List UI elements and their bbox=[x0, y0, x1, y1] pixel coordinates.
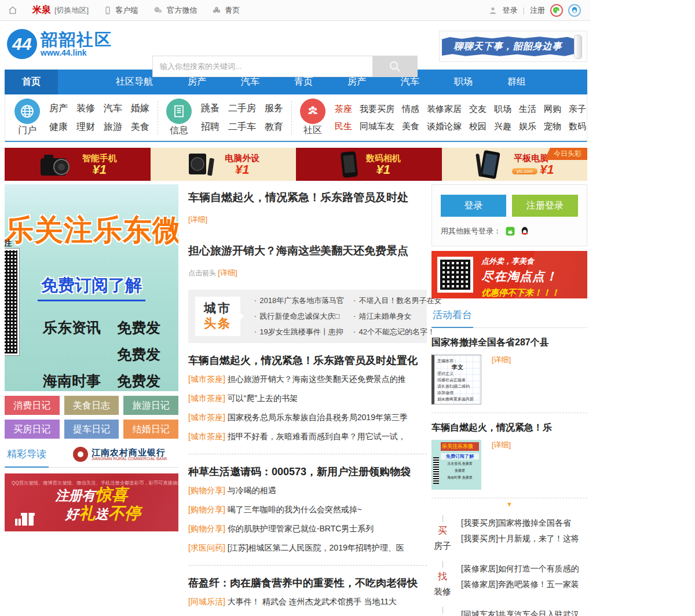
tag-wedding-diary[interactable]: 结婚日记 bbox=[123, 420, 178, 439]
detail-link[interactable]: [详细] bbox=[218, 268, 237, 277]
activity-item-title[interactable]: 车辆自燃起火，情况紧急！乐 bbox=[431, 422, 587, 434]
community-label[interactable]: 社区 bbox=[300, 125, 325, 137]
item-text[interactable]: 大事件！ 精武会 连州杰龙武术馆携手 当地11大 bbox=[228, 597, 397, 606]
header-banner-ad[interactable]: 聊聊天下事，韶韶身边事 bbox=[439, 31, 587, 62]
item-text[interactable]: 你的肌肤护理管家已就位-BRTC男士系列 bbox=[228, 524, 374, 533]
search-button[interactable] bbox=[372, 56, 418, 77]
tag-travel-diary[interactable]: 旅游日记 bbox=[123, 396, 178, 415]
headline-text[interactable]: 2018年广东各地市落马官 bbox=[259, 296, 344, 305]
category-tag[interactable]: [城市茶座] bbox=[188, 393, 225, 403]
category-link[interactable]: [我要买房]国家将撤掉全国各省 bbox=[461, 515, 579, 531]
qq-login-mini-icon[interactable] bbox=[520, 226, 530, 236]
subnav-link[interactable]: 谈婚论嫁 bbox=[427, 121, 462, 132]
subnav-link[interactable]: 二手车 bbox=[228, 121, 256, 133]
category-word[interactable]: 装修 bbox=[431, 584, 453, 599]
category-tag[interactable]: [购物分享] bbox=[188, 524, 225, 533]
subnav-link[interactable]: 健康 bbox=[49, 121, 68, 133]
category-link[interactable]: [同城车友]共享汽车今日入驻武汉 bbox=[461, 607, 579, 616]
tag-house-diary[interactable]: 买房日记 bbox=[5, 420, 60, 439]
ad-segment-peripherals[interactable]: 电脑外设 ¥1 bbox=[151, 148, 297, 181]
subnav-link[interactable]: 我要买房 bbox=[360, 104, 394, 115]
headline-link[interactable]: ·践行新使命忠诚保大庆□ bbox=[254, 311, 344, 322]
activity-header[interactable]: 活动看台 bbox=[431, 307, 473, 328]
top-story-2[interactable]: 担心旅游开销大？海南这些美翻天还免费景点 bbox=[188, 243, 427, 258]
subnav-link[interactable]: 数码 bbox=[569, 121, 586, 132]
category-char[interactable]: 买 bbox=[431, 524, 453, 538]
site-logo[interactable]: 44 韶韶社区 www.44.link bbox=[7, 29, 112, 59]
taodiandian-ad[interactable]: 点外卖，享美食 尽在淘点点！ 优惠停不下来！！！ bbox=[431, 251, 587, 298]
subnav-link[interactable]: 美食 bbox=[131, 121, 149, 133]
subnav-link[interactable]: 二手房 bbox=[228, 103, 256, 115]
headline-link[interactable]: ·42个不能忘记的名字！ bbox=[353, 327, 441, 337]
wechat-login-icon[interactable] bbox=[550, 4, 563, 17]
search-input[interactable] bbox=[152, 56, 372, 77]
item-text[interactable]: [江苏]相城区第二人民医院，2019年招聘护理、医 bbox=[228, 543, 404, 552]
subnav-link[interactable]: 旅游 bbox=[104, 121, 122, 133]
item-text[interactable]: 指甲不好看，灰暗难看而感到自卑？用它试一试， bbox=[228, 432, 406, 441]
ad-segment-camera[interactable]: 数码相机 ¥1 bbox=[296, 148, 442, 181]
qq-login-icon[interactable] bbox=[568, 4, 581, 17]
ad-segment-tablet[interactable]: 今日头彩 平板电脑 ytc.com ¥1 bbox=[442, 148, 588, 181]
headline-text[interactable]: 42个不能忘记的名字！ bbox=[359, 327, 435, 336]
subnav-link[interactable]: 同城车友 bbox=[360, 121, 394, 132]
headline-text[interactable]: 践行新使命忠诚保大庆□ bbox=[259, 312, 339, 320]
item-text[interactable]: 国家税务总局乐东黎族自治县税务局2019年第三季 bbox=[228, 413, 408, 422]
section-title[interactable]: 车辆自燃起火，情况紧急！乐东路管员及时处置化 bbox=[188, 351, 427, 370]
item-text[interactable]: 喝了三年咖啡的我为什么会突然戒掉~ bbox=[228, 505, 362, 514]
activity-thumbnail[interactable]: 主编推荐： 李文 坚持正义 传播社会正能量 请长按扫描二维码 添加微信 朋友圈有… bbox=[431, 355, 481, 404]
official-wechat-link[interactable]: 官方微信 bbox=[153, 5, 197, 16]
nav-item-home[interactable]: 首页 bbox=[5, 70, 58, 94]
activity-item-title[interactable]: 国家将撤掉全国各省287个县 bbox=[431, 337, 587, 349]
ledong-promo-ad[interactable]: 乐关注乐东微 免费订阅了解 乐东资讯免费发 免费发 海南时事免费发 注 bbox=[5, 184, 178, 391]
subnav-link[interactable]: 婚嫁 bbox=[131, 103, 149, 115]
subnav-link[interactable]: 理财 bbox=[76, 121, 95, 133]
tag-food-diary[interactable]: 美食日志 bbox=[64, 396, 119, 415]
detail-link[interactable]: [详细] bbox=[188, 214, 427, 225]
register-promo-ad[interactable]: QQ首次登陆、微博首次登陆、微信关注、手机注册全都送彩币，彩币可直接抽奖 注册有… bbox=[5, 473, 178, 531]
subnav-link[interactable]: 交友 bbox=[469, 104, 487, 115]
category-tag[interactable]: [购物分享] bbox=[188, 486, 225, 495]
category-char[interactable]: 找 bbox=[431, 570, 453, 584]
reading-header[interactable]: 精彩导读 bbox=[5, 446, 49, 468]
subnav-link[interactable]: 宠物 bbox=[544, 121, 561, 132]
subnav-link[interactable]: 生活 bbox=[519, 104, 536, 115]
tag-car-diary[interactable]: 提车日记 bbox=[64, 420, 119, 439]
switch-region-link[interactable]: [切换地区] bbox=[54, 5, 89, 16]
client-link[interactable]: 客户端 bbox=[104, 5, 138, 16]
city-headlines-logo[interactable]: 城市 头条 bbox=[195, 297, 240, 336]
item-text[interactable]: 担心旅游开销大？海南这些美翻天还免费景点的推 bbox=[228, 374, 406, 384]
category-tag[interactable]: [求医问药] bbox=[188, 543, 225, 552]
subnav-link[interactable]: 美食 bbox=[402, 121, 419, 132]
headline-text[interactable]: 不堪入目！数名男子在女 bbox=[359, 296, 442, 305]
category-tag[interactable]: [购物分享] bbox=[188, 505, 225, 514]
category-link[interactable]: [我要买房]十月新规，来了！这将 bbox=[461, 531, 579, 546]
headline-link[interactable]: ·不堪入目！数名男子在女 bbox=[353, 296, 441, 306]
headline-link[interactable]: ·2018年广东各地市落马官 bbox=[254, 296, 344, 306]
subnav-link[interactable]: 跳蚤 bbox=[201, 103, 220, 115]
subnav-link[interactable]: 茶座 bbox=[335, 104, 352, 115]
section-title[interactable]: 蓓盈纤：肉在膳食营养中的重要性，不吃肉老得快 bbox=[188, 574, 427, 592]
headline-link[interactable]: ·靖江未婚单身女 bbox=[353, 311, 441, 322]
category-link[interactable]: [装修家居]奔跑吧装修！五一家装 bbox=[461, 577, 579, 592]
region-switcher[interactable]: 米泉 [切换地区] bbox=[32, 4, 89, 16]
detail-link[interactable]: [详细] bbox=[492, 355, 511, 404]
subnav-link[interactable]: 服务 bbox=[265, 103, 283, 115]
tag-consume-diary[interactable]: 消费日记 bbox=[5, 396, 60, 415]
category-tag[interactable]: [同城乐活] bbox=[188, 597, 225, 606]
category-link[interactable]: [装修家居]如何打造一个有质感的 bbox=[461, 561, 579, 577]
nav-item-groups[interactable]: 群组 bbox=[490, 70, 543, 94]
subnav-link[interactable]: 职场 bbox=[494, 104, 511, 115]
subnav-link[interactable]: 兴趣 bbox=[494, 121, 511, 132]
section-title[interactable]: 种草生活邀请码：000573，新用户注册领购物袋 bbox=[188, 462, 427, 481]
info-label[interactable]: 信息 bbox=[166, 125, 192, 137]
category-tag[interactable]: [城市茶座] bbox=[188, 374, 225, 384]
top-story-1[interactable]: 车辆自燃起火，情况紧急！乐东路管员及时处 bbox=[188, 184, 427, 205]
subnav-link[interactable]: 娱乐 bbox=[519, 121, 536, 132]
subnav-link[interactable]: 装修家居 bbox=[427, 104, 462, 115]
detail-link[interactable]: [详细] bbox=[492, 440, 511, 490]
login-link[interactable]: 登录 bbox=[503, 5, 518, 16]
subnav-link[interactable]: 装修 bbox=[76, 103, 95, 115]
bank-logo[interactable]: 江南农村商业银行 JIANGNAN RURAL COMMERCIAL BANK bbox=[73, 447, 167, 462]
subnav-link[interactable]: 网购 bbox=[544, 104, 561, 115]
subnav-link[interactable]: 亲子 bbox=[569, 104, 586, 115]
